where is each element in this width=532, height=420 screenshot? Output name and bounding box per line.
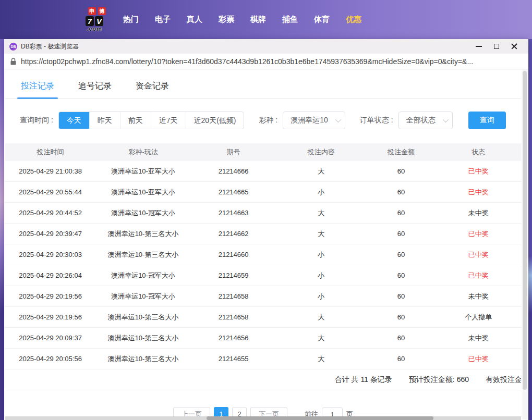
nav-item-lottery[interactable]: 彩票: [219, 15, 234, 24]
maximize-button[interactable]: [488, 39, 505, 54]
cell-play: 澳洲幸运10-亚军大小: [95, 167, 191, 176]
table-row: 2025-04-29 20:09:37 澳洲幸运10-第三名大小 2121465…: [5, 328, 521, 349]
time-option-7days[interactable]: 近7天: [151, 112, 186, 129]
cell-content: 大: [276, 313, 366, 322]
table-row: 2025-04-29 20:19:56 澳洲幸运10-第三名大小 2121465…: [5, 307, 521, 328]
site-background-edge: [528, 39, 532, 420]
summary-valid: 有效投注金额: [486, 375, 521, 385]
cell-issue: 21214656: [191, 334, 276, 342]
site-header: 申 博 7 V .com 热门 电子 真人 彩票 棋牌 捕鱼 体育 优惠: [0, 0, 532, 39]
cell-content: 大: [276, 354, 366, 364]
cell-time: 2025-04-29 20:26:04: [5, 271, 95, 279]
table-row: 2025-04-29 20:30:03 澳洲幸运10-第三名大小 2121466…: [5, 244, 521, 265]
time-filter-label: 查询时间 :: [20, 116, 53, 125]
lottery-select[interactable]: 澳洲幸运10: [283, 112, 345, 129]
maximize-icon: [494, 44, 499, 49]
window-controls: [470, 39, 523, 54]
time-option-yesterday[interactable]: 昨天: [89, 112, 120, 129]
col-header-time: 投注时间: [5, 147, 95, 157]
close-button[interactable]: [505, 39, 523, 54]
status-badge: 已中奖: [436, 188, 521, 197]
cell-time: 2025-04-29 20:39:47: [5, 230, 95, 238]
tab-fund-records[interactable]: 资金记录: [136, 81, 169, 98]
window-titlebar[interactable]: DB DB彩票 - 极速浏览器: [4, 39, 528, 54]
query-button[interactable]: 查询: [468, 112, 506, 129]
cell-play: 澳洲幸运10-亚军大小: [95, 188, 191, 197]
table-row: 2025-04-29 20:26:04 澳洲幸运10-冠军大小 21214659…: [5, 265, 521, 286]
cell-play: 澳洲幸运10-第三名大小: [95, 333, 191, 343]
cell-time: 2025-04-29 21:00:38: [5, 167, 95, 175]
time-option-20days[interactable]: 近20天(低频): [186, 112, 244, 129]
cell-amount: 60: [366, 334, 436, 342]
filter-bar: 查询时间 : 今天 昨天 前天 近7天 近20天(低频) 彩种 : 澳洲幸运10…: [20, 112, 521, 129]
url-text[interactable]: https://ctop02pchwp1.zfnc84.com/lottery/…: [21, 57, 473, 66]
window-title: DB彩票 - 极速浏览器: [21, 42, 79, 51]
table-row: 2025-04-29 20:55:44 澳洲幸运10-亚军大小 21214665…: [5, 182, 521, 203]
cell-amount: 60: [366, 313, 436, 321]
cell-issue: 21214663: [191, 209, 276, 217]
cell-time: 2025-04-29 20:44:52: [5, 209, 95, 217]
table-row: 2025-04-29 20:39:47 澳洲幸运10-第三名大小 2121466…: [5, 224, 521, 244]
vertical-scrollbar[interactable]: [523, 69, 527, 419]
nav-item-hot[interactable]: 热门: [123, 15, 139, 24]
minimize-button[interactable]: [470, 39, 488, 54]
cell-amount: 60: [366, 251, 436, 258]
site-logo[interactable]: 申 博 7 V .com: [77, 7, 112, 32]
logo-tile: 申: [88, 7, 96, 15]
nav-item-live[interactable]: 真人: [187, 15, 202, 24]
horizontal-scrollbar-thumb[interactable]: [207, 416, 433, 420]
cell-amount: 60: [366, 209, 436, 217]
cell-issue: 21214666: [191, 167, 276, 175]
close-icon: [511, 43, 517, 50]
status-badge: 未中奖: [436, 333, 521, 343]
cell-issue: 21214658: [191, 292, 276, 300]
cell-content: 大: [276, 208, 366, 218]
order-status-select[interactable]: 全部状态: [398, 112, 453, 129]
status-badge: 已中奖: [436, 250, 521, 260]
nav-item-slots[interactable]: 电子: [155, 15, 171, 24]
horizontal-scrollbar[interactable]: [5, 416, 521, 420]
nav-item-board[interactable]: 棋牌: [250, 15, 266, 24]
nav-item-promo[interactable]: 优惠: [346, 15, 361, 24]
table-header-row: 投注时间 彩种-玩法 期号 投注内容 投注金额 状态: [5, 143, 521, 161]
cell-amount: 60: [366, 271, 436, 279]
cell-issue: 21214659: [191, 271, 276, 279]
cell-issue: 21214660: [191, 251, 276, 258]
col-header-status: 状态: [436, 147, 521, 157]
nav-item-fishing[interactable]: 捕鱼: [282, 15, 298, 24]
nav-item-sports[interactable]: 体育: [314, 15, 330, 24]
order-status-label: 订单状态 :: [360, 116, 393, 125]
lottery-select-value: 澳洲幸运10: [291, 116, 328, 125]
cell-content: 小: [276, 271, 366, 280]
browser-window: DB DB彩票 - 极速浏览器 https://ctop02pchwp1.zfn…: [4, 39, 528, 420]
cell-amount: 60: [366, 230, 436, 238]
col-header-issue: 期号: [191, 147, 276, 157]
cell-amount: 60: [366, 355, 436, 363]
lottery-filter-label: 彩种 :: [259, 116, 277, 125]
table-row: 2025-04-29 20:19:56 澳洲幸运10-冠军大小 21214658…: [5, 286, 521, 307]
main-nav: 热门 电子 真人 彩票 棋牌 捕鱼 体育 优惠: [123, 15, 361, 24]
time-option-daybefore[interactable]: 前天: [120, 112, 151, 129]
cell-content: 大: [276, 167, 366, 176]
cell-content: 大: [276, 333, 366, 343]
bet-records-table: 投注时间 彩种-玩法 期号 投注内容 投注金额 状态 2025-04-29 21…: [5, 143, 521, 390]
cell-content: 大: [276, 229, 366, 239]
cell-play: 澳洲幸运10-第三名大小: [95, 313, 191, 322]
cell-content: 小: [276, 188, 366, 197]
chevron-down-icon: [442, 117, 448, 122]
cell-issue: 21214655: [191, 355, 276, 363]
summary-total: 合计 共 11 条记录: [335, 375, 392, 385]
cell-amount: 60: [366, 167, 436, 175]
summary-expected: 预计投注金额: 660: [409, 375, 469, 385]
tab-bet-records[interactable]: 投注记录: [21, 81, 54, 98]
time-option-today[interactable]: 今天: [59, 112, 89, 129]
cell-issue: 21214658: [191, 313, 276, 321]
cell-amount: 60: [366, 188, 436, 196]
vertical-scrollbar-thumb[interactable]: [523, 71, 527, 390]
tab-chase-records[interactable]: 追号记录: [78, 81, 112, 98]
logo-tile: 7: [86, 16, 94, 26]
cell-time: 2025-04-29 20:19:56: [5, 313, 95, 321]
cell-content: 小: [276, 250, 366, 260]
cell-play: 澳洲幸运10-第三名大小: [95, 250, 191, 260]
url-bar[interactable]: https://ctop02pchwp1.zfnc84.com/lottery/…: [4, 54, 528, 69]
